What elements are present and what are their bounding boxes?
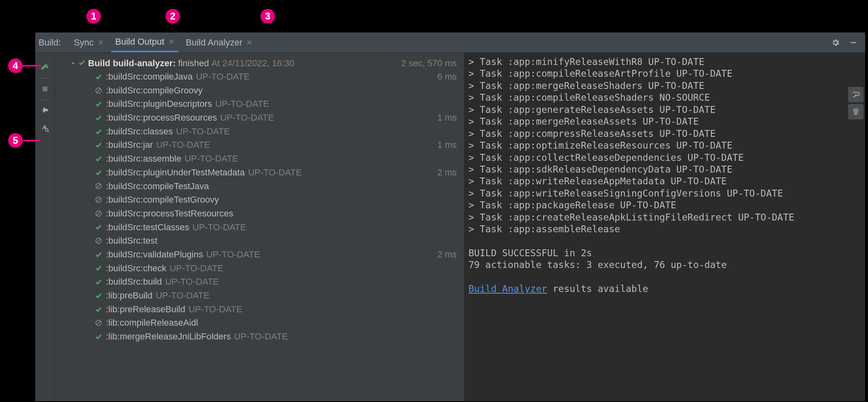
task-name: :buildSrc:check — [106, 262, 166, 274]
check-icon — [94, 306, 103, 313]
build-analyzer-link[interactable]: Build Analyzer — [468, 283, 547, 294]
gear-icon[interactable] — [830, 37, 841, 48]
task-status: UP-TO-DATE — [196, 71, 249, 83]
separator — [39, 99, 51, 100]
task-row[interactable]: :buildSrc:compileTestGroovy — [94, 193, 457, 207]
build-tree-root[interactable]: Build build-analyzer: finished At 24/11/… — [59, 57, 457, 70]
task-row[interactable]: :lib:preBuildUP-TO-DATE — [94, 289, 457, 303]
pin-icon[interactable] — [39, 102, 52, 119]
tab-label: Build Analyzer — [186, 37, 242, 48]
callout-line — [23, 140, 41, 141]
tab-build-output[interactable]: Build Output ✕ — [111, 32, 178, 52]
task-row[interactable]: :buildSrc:compileTestJava — [94, 179, 457, 193]
task-row[interactable]: :buildSrc:pluginUnderTestMetadataUP-TO-D… — [94, 166, 457, 179]
task-status: UP-TO-DATE — [215, 98, 269, 110]
close-icon[interactable]: ✕ — [168, 37, 174, 46]
console-line — [467, 271, 865, 283]
console-line: > Task :app:sdkReleaseDependencyData UP-… — [467, 164, 865, 175]
task-duration: 6 ms — [437, 71, 457, 83]
console-line: > Task :app:optimizeReleaseResources UP-… — [467, 140, 865, 151]
task-row[interactable]: :lib:preReleaseBuildUP-TO-DATE — [94, 303, 457, 316]
task-name: :lib:mergeReleaseJniLibFolders — [106, 331, 231, 343]
task-row[interactable]: :lib:mergeReleaseJniLibFoldersUP-TO-DATE — [94, 330, 457, 344]
check-icon — [94, 114, 103, 121]
build-gutter — [35, 53, 55, 401]
check-icon — [94, 278, 103, 285]
task-name: :buildSrc:compileJava — [106, 71, 193, 83]
skip-icon — [94, 196, 103, 203]
build-task-list: :buildSrc:compileJavaUP-TO-DATE6 ms:buil… — [59, 70, 457, 344]
task-name: :lib:preReleaseBuild — [106, 303, 185, 316]
task-name: :buildSrc:processTestResources — [106, 207, 233, 220]
console-text: results available — [547, 283, 648, 294]
task-row[interactable]: :buildSrc:classesUP-TO-DATE — [94, 125, 457, 138]
build-tabbar: Build: Sync ✕ Build Output ✕ Build Analy… — [35, 32, 865, 53]
skip-icon — [94, 237, 103, 244]
task-status: UP-TO-DATE — [220, 112, 274, 124]
task-name: :buildSrc:compileGroovy — [106, 84, 202, 97]
tab-label: Build Output — [115, 37, 164, 47]
task-row[interactable]: :lib:compileReleaseAidl — [94, 316, 457, 330]
task-name: :lib:compileReleaseAidl — [106, 317, 198, 329]
build-timestamp: At 24/11/2022, 16:30 — [211, 58, 294, 69]
task-row[interactable]: :buildSrc:assembleUP-TO-DATE — [94, 152, 457, 166]
task-name: :buildSrc:testClasses — [106, 221, 189, 233]
scroll-to-end-icon[interactable] — [848, 104, 864, 119]
callout-1: 1 — [86, 9, 101, 24]
check-icon — [94, 264, 103, 272]
check-icon — [94, 251, 103, 258]
check-icon — [78, 58, 86, 69]
task-name: :buildSrc:classes — [106, 125, 173, 138]
task-status: UP-TO-DATE — [156, 139, 210, 151]
check-icon — [94, 292, 103, 299]
task-name: :buildSrc:jar — [106, 139, 153, 151]
soft-wrap-icon[interactable] — [848, 87, 864, 102]
separator — [39, 78, 51, 78]
hammer-icon[interactable] — [39, 58, 52, 76]
check-icon — [94, 223, 103, 231]
build-content: Build build-analyzer: finished At 24/11/… — [35, 53, 865, 401]
svg-line-16 — [97, 321, 101, 325]
svg-line-8 — [97, 184, 101, 188]
check-icon — [94, 100, 103, 108]
minimize-icon[interactable] — [848, 37, 859, 48]
task-row[interactable]: :buildSrc:processTestResources — [94, 207, 457, 220]
console-line: > Task :app:writeReleaseAppMetadata UP-T… — [467, 175, 865, 187]
task-row[interactable]: :buildSrc:jarUP-TO-DATE1 ms — [94, 138, 457, 152]
task-row[interactable]: :buildSrc:testClassesUP-TO-DATE — [94, 220, 457, 234]
tab-build-analyzer[interactable]: Build Analyzer ✕ — [182, 32, 256, 52]
task-row[interactable]: :buildSrc:pluginDescriptorsUP-TO-DATE — [94, 97, 457, 111]
task-row[interactable]: :buildSrc:processResourcesUP-TO-DATE1 ms — [94, 111, 457, 125]
stop-icon[interactable] — [39, 80, 52, 98]
build-tree: Build build-analyzer: finished At 24/11/… — [55, 53, 464, 401]
callout-4: 4 — [8, 58, 23, 73]
task-row[interactable]: :buildSrc:compileGroovy — [94, 84, 457, 97]
build-title: Build build-analyzer: — [88, 58, 176, 69]
console-line: 79 actionable tasks: 3 executed, 76 up-t… — [467, 259, 865, 271]
check-icon — [94, 333, 103, 340]
task-row[interactable]: :buildSrc:checkUP-TO-DATE — [94, 262, 457, 275]
tab-sync[interactable]: Sync ✕ — [70, 32, 108, 52]
build-console[interactable]: > Task :app:minifyReleaseWithR8 UP-TO-DA… — [464, 53, 865, 401]
inspect-icon[interactable] — [39, 119, 52, 137]
task-row[interactable]: :buildSrc:compileJavaUP-TO-DATE6 ms — [94, 70, 457, 84]
console-line: Build Analyzer results available — [467, 283, 865, 295]
task-status: UP-TO-DATE — [192, 221, 246, 233]
svg-line-6 — [97, 89, 101, 92]
check-icon — [94, 155, 103, 162]
task-name: :lib:preBuild — [106, 290, 153, 302]
close-icon[interactable]: ✕ — [246, 38, 252, 47]
task-status: UP-TO-DATE — [234, 331, 288, 343]
console-line: BUILD SUCCESSFUL in 2s — [467, 247, 865, 259]
task-name: :buildSrc:test — [106, 235, 157, 247]
svg-line-14 — [97, 239, 101, 243]
task-name: :buildSrc:build — [106, 276, 162, 288]
close-icon[interactable]: ✕ — [98, 38, 104, 47]
task-row[interactable]: :buildSrc:test — [94, 234, 457, 248]
task-duration: 1 ms — [437, 112, 457, 124]
task-row[interactable]: :buildSrc:validatePluginsUP-TO-DATE2 ms — [94, 248, 457, 262]
task-row[interactable]: :buildSrc:buildUP-TO-DATE — [94, 275, 457, 289]
task-name: :buildSrc:compileTestJava — [106, 180, 209, 192]
chevron-down-icon[interactable] — [70, 58, 76, 69]
console-line: > Task :app:minifyReleaseWithR8 UP-TO-DA… — [467, 56, 865, 68]
